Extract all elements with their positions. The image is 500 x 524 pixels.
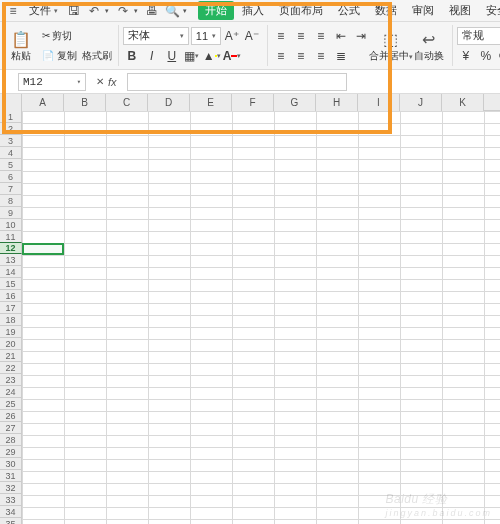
number-format-select[interactable]: 常规 ▾ — [457, 27, 500, 45]
column-header[interactable]: E — [190, 94, 232, 111]
name-box[interactable]: M12 ▾ — [18, 73, 86, 91]
chevron-down-icon[interactable]: ▾ — [134, 7, 138, 15]
row-header[interactable]: 10 — [0, 219, 22, 231]
redo-icon[interactable]: ↷ — [114, 2, 132, 20]
row-header[interactable]: 27 — [0, 422, 22, 434]
row-header[interactable]: 4 — [0, 147, 22, 159]
align-middle-button[interactable]: ≡ — [292, 27, 310, 45]
align-bottom-button[interactable]: ≡ — [312, 27, 330, 45]
font-color-button[interactable]: A▾ — [223, 47, 241, 65]
file-menu[interactable]: 文件 ▾ — [24, 3, 63, 18]
wrap-text-button[interactable]: ↩ 自动换 — [412, 26, 446, 66]
align-center-button[interactable]: ≡ — [292, 47, 310, 65]
row-header[interactable]: 12 — [0, 242, 22, 254]
align-right-button[interactable]: ≡ — [312, 47, 330, 65]
row-header[interactable]: 3 — [0, 135, 22, 147]
tab-page-layout[interactable]: 页面布局 — [272, 1, 330, 20]
increase-font-button[interactable]: A⁺ — [223, 27, 241, 45]
column-header[interactable]: D — [148, 94, 190, 111]
row-header[interactable]: 6 — [0, 171, 22, 183]
format-painter-button[interactable]: 格式刷 — [82, 49, 112, 63]
row-header[interactable]: 30 — [0, 458, 22, 470]
decrease-font-button[interactable]: A⁻ — [243, 27, 261, 45]
fill-color-button[interactable]: ▲▾ — [203, 47, 221, 65]
print-icon[interactable]: 🖶 — [143, 2, 161, 20]
row-header[interactable]: 19 — [0, 326, 22, 338]
row-header[interactable]: 15 — [0, 278, 22, 290]
row-header[interactable]: 16 — [0, 290, 22, 302]
hamburger-icon[interactable]: ≡ — [4, 2, 22, 20]
save-icon[interactable]: 🖫 — [65, 2, 83, 20]
font-name-select[interactable]: 宋体 ▾ — [123, 27, 189, 45]
tab-view[interactable]: 视图 — [442, 1, 478, 20]
row-header[interactable]: 9 — [0, 207, 22, 219]
merge-center-button[interactable]: ⬚ 合并居中▾ — [374, 26, 408, 66]
row-header[interactable]: 28 — [0, 434, 22, 446]
ribbon: 📋 粘贴 ✂ 剪切 📄 复制 格式刷 — [0, 22, 500, 70]
row-header[interactable]: 1 — [0, 111, 22, 123]
underline-button[interactable]: U — [163, 47, 181, 65]
align-left-button[interactable]: ≡ — [272, 47, 290, 65]
row-header[interactable]: 18 — [0, 314, 22, 326]
row-header[interactable]: 17 — [0, 302, 22, 314]
row-header[interactable]: 32 — [0, 482, 22, 494]
row-header[interactable]: 22 — [0, 362, 22, 374]
row-header[interactable]: 25 — [0, 398, 22, 410]
tab-data[interactable]: 数据 — [368, 1, 404, 20]
column-header[interactable]: G — [274, 94, 316, 111]
tab-home[interactable]: 开始 — [198, 1, 234, 20]
paste-button[interactable]: 📋 粘贴 — [4, 26, 38, 66]
cancel-icon[interactable]: ✕ — [96, 76, 104, 87]
undo-icon[interactable]: ↶ — [85, 2, 103, 20]
preview-icon[interactable]: 🔍 — [163, 2, 181, 20]
column-header[interactable]: I — [358, 94, 400, 111]
chevron-down-icon[interactable]: ▾ — [183, 7, 187, 15]
cut-button[interactable]: ✂ 剪切 — [42, 27, 112, 45]
row-header[interactable]: 24 — [0, 386, 22, 398]
row-header[interactable]: 8 — [0, 195, 22, 207]
column-header[interactable]: K — [442, 94, 484, 111]
row-header[interactable]: 2 — [0, 123, 22, 135]
column-header[interactable]: B — [64, 94, 106, 111]
tab-review[interactable]: 审阅 — [405, 1, 441, 20]
currency-button[interactable]: ¥ — [457, 47, 475, 65]
column-header[interactable]: A — [22, 94, 64, 111]
tab-formula[interactable]: 公式 — [331, 1, 367, 20]
row-header[interactable]: 29 — [0, 446, 22, 458]
file-label: 文件 — [29, 3, 51, 18]
font-size-select[interactable]: 11 ▾ — [191, 27, 221, 45]
row-header[interactable]: 13 — [0, 254, 22, 266]
border-button[interactable]: ▦▾ — [183, 47, 201, 65]
row-header[interactable]: 5 — [0, 159, 22, 171]
align-top-button[interactable]: ≡ — [272, 27, 290, 45]
row-header[interactable]: 34 — [0, 506, 22, 518]
tab-insert[interactable]: 插入 — [235, 1, 271, 20]
bold-button[interactable]: B — [123, 47, 141, 65]
distribute-button[interactable]: ≣ — [332, 47, 350, 65]
column-header[interactable]: H — [316, 94, 358, 111]
row-header[interactable]: 14 — [0, 266, 22, 278]
row-header[interactable]: 35 — [0, 518, 22, 524]
cells-area[interactable] — [22, 111, 500, 524]
row-header[interactable]: 7 — [0, 183, 22, 195]
formula-input[interactable] — [127, 73, 347, 91]
row-header[interactable]: 20 — [0, 338, 22, 350]
fx-icon[interactable]: fx — [108, 76, 117, 88]
row-header[interactable]: 26 — [0, 410, 22, 422]
chevron-down-icon[interactable]: ▾ — [105, 7, 109, 15]
row-header[interactable]: 31 — [0, 470, 22, 482]
row-header[interactable]: 23 — [0, 374, 22, 386]
column-header[interactable]: F — [232, 94, 274, 111]
row-header[interactable]: 33 — [0, 494, 22, 506]
column-header[interactable]: C — [106, 94, 148, 111]
select-all-corner[interactable] — [0, 94, 22, 111]
indent-inc-button[interactable]: ⇥ — [352, 27, 370, 45]
percent-button[interactable]: % — [477, 47, 495, 65]
copy-button[interactable]: 📄 复制 — [42, 49, 77, 63]
italic-button[interactable]: I — [143, 47, 161, 65]
indent-dec-button[interactable]: ⇤ — [332, 27, 350, 45]
selected-cell[interactable] — [22, 243, 64, 255]
column-header[interactable]: J — [400, 94, 442, 111]
tab-security[interactable]: 安全 — [479, 1, 500, 20]
row-header[interactable]: 21 — [0, 350, 22, 362]
